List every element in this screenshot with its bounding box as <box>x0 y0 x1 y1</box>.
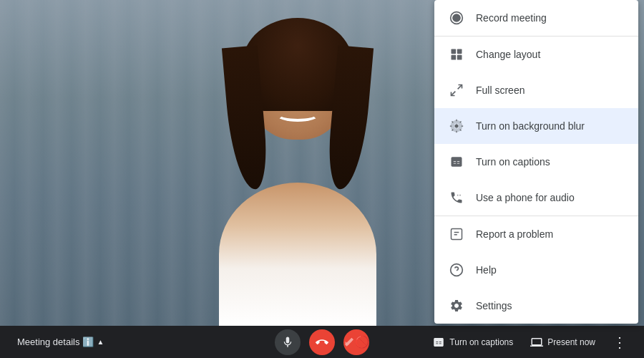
report-icon <box>449 226 464 242</box>
svg-rect-9 <box>452 229 462 240</box>
menu-item-settings[interactable]: Settings <box>434 288 638 324</box>
captions-icon <box>449 154 464 170</box>
settings-icon <box>449 298 464 314</box>
end-call-icon <box>316 336 328 349</box>
menu-item-help[interactable]: Help <box>434 252 638 288</box>
menu-label-captions: Turn on captions <box>476 156 550 168</box>
mute-button[interactable] <box>275 329 301 355</box>
svg-point-8 <box>455 125 459 128</box>
fullscreen-icon <box>449 82 464 98</box>
menu-item-record[interactable]: Record meeting <box>434 0 638 36</box>
svg-point-0 <box>453 14 460 21</box>
svg-line-7 <box>452 92 456 96</box>
menu-item-phone-audio[interactable]: Use a phone for audio <box>434 180 638 216</box>
menu-label-settings: Settings <box>476 300 512 311</box>
record-icon <box>449 10 464 26</box>
context-menu: Record meeting Change layout Full screen <box>434 0 638 324</box>
person-figure <box>176 18 419 326</box>
svg-rect-2 <box>452 49 457 54</box>
menu-label-phone: Use a phone for audio <box>476 192 575 203</box>
person-body <box>219 183 376 326</box>
person-hair <box>243 18 353 111</box>
layout-icon <box>449 47 464 62</box>
end-call-button[interactable] <box>309 329 335 355</box>
menu-item-report[interactable]: Report a problem <box>434 216 638 252</box>
svg-rect-5 <box>457 55 462 60</box>
camera-off-button[interactable]: 🚫 <box>343 329 369 355</box>
blur-icon <box>449 118 464 134</box>
menu-item-captions[interactable]: Turn on captions <box>434 144 638 180</box>
svg-rect-3 <box>457 49 462 54</box>
svg-line-6 <box>458 85 462 90</box>
info-icon: ℹ️ <box>82 337 94 347</box>
menu-label-help: Help <box>476 264 497 276</box>
menu-label-report: Report a problem <box>476 228 553 240</box>
captions-toolbar-icon <box>432 336 445 349</box>
help-icon <box>449 262 464 278</box>
present-label: Present now <box>547 337 595 347</box>
svg-rect-4 <box>452 55 457 60</box>
mic-icon <box>281 336 294 349</box>
toolbar-right: Turn on captions Present now ⋮ <box>426 331 633 354</box>
menu-item-fullscreen[interactable]: Full screen <box>434 72 638 108</box>
present-now-button[interactable]: Present now <box>525 333 601 352</box>
meeting-details-button[interactable]: Meeting details ℹ️ ▲ <box>11 334 109 350</box>
toolbar-left: Meeting details ℹ️ ▲ <box>11 334 218 350</box>
menu-label-fullscreen: Full screen <box>476 84 525 96</box>
more-options-button[interactable]: ⋮ <box>607 331 633 354</box>
present-icon <box>530 336 543 349</box>
meeting-details-label: Meeting details <box>17 337 79 347</box>
menu-item-blur[interactable]: Turn on background blur <box>434 108 638 144</box>
menu-label-blur: Turn on background blur <box>476 120 585 132</box>
toolbar-center: 🚫 <box>218 329 425 355</box>
captions-label: Turn on captions <box>449 337 513 347</box>
camera-off-icon <box>343 336 355 349</box>
cam-slash-icon: 🚫 <box>355 335 369 349</box>
toolbar: Meeting details ℹ️ ▲ 🚫 <box>0 326 644 358</box>
phone-audio-icon <box>449 190 464 205</box>
captions-button[interactable]: Turn on captions <box>426 333 519 352</box>
menu-item-layout[interactable]: Change layout <box>434 37 638 72</box>
chevron-up-icon: ▲ <box>97 338 104 346</box>
menu-label-layout: Change layout <box>476 49 540 60</box>
menu-label-record: Record meeting <box>476 12 547 24</box>
